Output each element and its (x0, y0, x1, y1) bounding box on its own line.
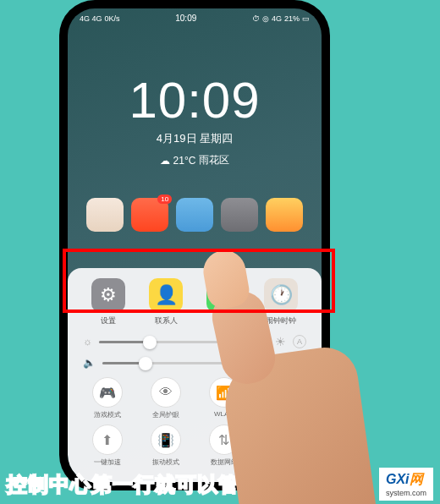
quick-app-3[interactable] (206, 278, 240, 326)
toggle-data[interactable]: ⇅ 数据网络 (196, 425, 251, 467)
clock-widget: 10:09 4月19日 星期四 ☁ 21°C 雨花区 (68, 71, 322, 167)
brightness-high-icon: ☀ (275, 335, 286, 348)
home-app-5[interactable] (266, 198, 303, 232)
battery-percent: 21% (284, 14, 300, 23)
alarm-icon: ⏱ (252, 14, 260, 23)
toggle-eye-protect[interactable]: 👁 全局护眼 (138, 377, 193, 419)
phone-frame: 4G 4G 0K/s 10:09 ⏱ ◎ 4G 21% ▭ 10:09 4月19… (59, 0, 330, 490)
watermark: GXi网 system.com (379, 468, 433, 501)
toggle-vibrate[interactable]: 📳 振动模式 (138, 425, 193, 467)
weather-location: 雨花区 (199, 153, 229, 167)
toggle-screenshot[interactable]: ⛶ 超级截屏 (255, 425, 310, 467)
clock-date: 4月19日 星期四 (68, 131, 322, 146)
vibrate-icon: ◎ (262, 14, 269, 23)
weather-icon: ☁ (160, 155, 170, 167)
caption-text: 控制中心第一行就可以管理后 (7, 471, 282, 498)
network-speed: 0K/s (105, 14, 120, 23)
quick-app-clock[interactable]: 🕐 闹钟时钟 (264, 278, 298, 326)
caption-bar: 控制中心第一行就可以管理后 GXi网 system.com (0, 468, 440, 501)
status-bar: 4G 4G 0K/s 10:09 ⏱ ◎ 4G 21% ▭ (68, 8, 322, 25)
quick-app-label: 设置 (101, 315, 116, 326)
quick-app-settings[interactable]: ⚙ 设置 (91, 278, 125, 326)
app-badge: 10 (157, 194, 172, 204)
volume-slider-row: 🔈 (83, 357, 306, 369)
phone-screen: 4G 4G 0K/s 10:09 ⏱ ◎ 4G 21% ▭ 10:09 4月19… (68, 8, 322, 482)
brightness-slider[interactable] (99, 341, 268, 343)
home-app-2[interactable]: 10 (131, 198, 168, 232)
volume-slider[interactable] (102, 362, 306, 364)
signal-indicator: 4G 4G (80, 14, 102, 23)
status-time: 10:09 (175, 14, 196, 23)
weather-temp: 21°C (173, 155, 196, 167)
toggle-grid: 🎮 游戏模式 👁 全局护眼 📶 WLAN ⬆ 一键加速 (80, 377, 310, 467)
quick-app-label: 联系人 (155, 315, 178, 326)
battery-icon: ▭ (302, 14, 310, 23)
home-app-3[interactable] (176, 198, 213, 232)
brightness-low-icon: ☼ (83, 336, 92, 348)
home-app-row: 10 (68, 198, 322, 232)
control-center[interactable]: ⚙ 设置 👤 联系人 🕐 闹钟时钟 ☼ (68, 268, 322, 482)
brightness-slider-row: ☼ ☀ A (83, 335, 306, 348)
toggle-boost[interactable]: ⬆ 一键加速 (80, 425, 135, 467)
network-type: 4G (272, 14, 282, 23)
quick-apps-row: ⚙ 设置 👤 联系人 🕐 闹钟时钟 (80, 278, 310, 326)
quick-app-contacts[interactable]: 👤 联系人 (149, 278, 183, 326)
home-app-1[interactable] (86, 198, 124, 232)
clock-time: 10:09 (68, 71, 322, 129)
weather-line: ☁ 21°C 雨花区 (68, 153, 322, 167)
volume-icon: 🔈 (83, 357, 96, 369)
auto-brightness[interactable]: A (293, 335, 306, 348)
toggle-hidden[interactable] (255, 377, 310, 419)
toggle-game-mode[interactable]: 🎮 游戏模式 (80, 377, 135, 419)
toggle-wlan[interactable]: 📶 WLAN (196, 377, 251, 419)
quick-app-label: 闹钟时钟 (266, 315, 296, 326)
home-app-4[interactable] (221, 198, 258, 232)
